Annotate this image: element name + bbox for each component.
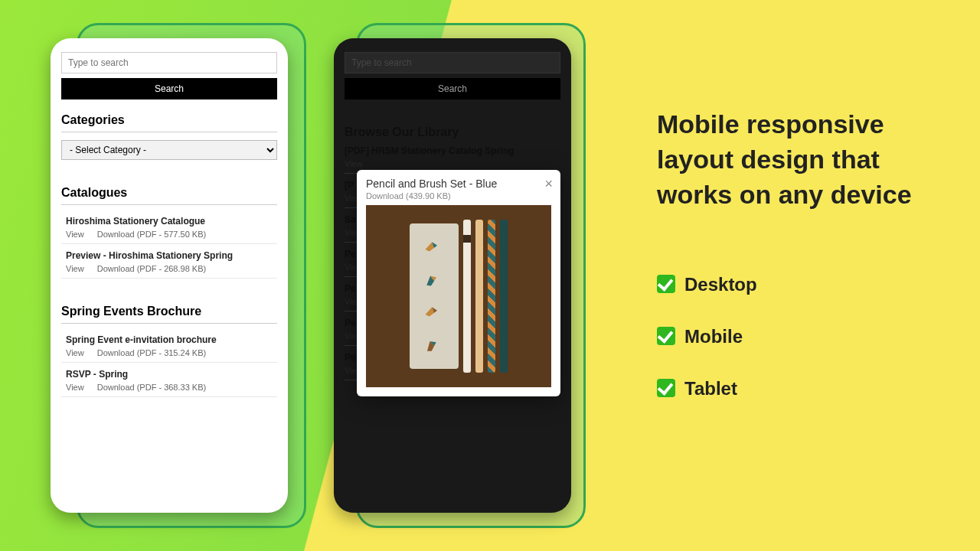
section-heading: Catalogues: [61, 186, 277, 205]
close-icon[interactable]: ×: [544, 176, 553, 192]
phone-mockup-modal-preview: Search Browse Our Library [PDF] HRSM Sta…: [334, 38, 571, 513]
view-link[interactable]: View: [66, 264, 84, 273]
item-title: Hiroshima Stationery Catalogue: [66, 216, 277, 227]
notebook-graphic: [410, 223, 459, 369]
section-heading: Spring Events Brochure: [61, 305, 277, 324]
pencil-graphic: [475, 220, 483, 373]
list-item: Spring Event e-invitation brochure View …: [61, 328, 277, 363]
modal-title: Pencil and Brush Set - Blue: [366, 178, 551, 190]
brush-graphic: [463, 220, 471, 373]
headline: Mobile responsive layout design that wor…: [657, 107, 925, 213]
check-icon: [657, 327, 675, 345]
pencil-graphic: [488, 220, 495, 373]
check-icon: [657, 379, 675, 397]
list-item: Hiroshima Stationery Catalogue View Down…: [61, 210, 277, 244]
list-item: Preview - Hiroshima Stationery Spring Vi…: [61, 244, 277, 279]
item-preview-modal: × Pencil and Brush Set - Blue Download (…: [357, 170, 560, 396]
view-link[interactable]: View: [66, 383, 84, 392]
feature-bullet: Desktop: [657, 274, 925, 295]
download-link[interactable]: Download (PDF - 268.98 KB): [97, 264, 206, 273]
promo-canvas: Search Categories - Select Category - Ca…: [0, 0, 980, 551]
bullet-label: Tablet: [684, 378, 737, 399]
view-link[interactable]: View: [66, 348, 84, 357]
check-icon: [657, 275, 675, 293]
search-button[interactable]: Search: [61, 78, 277, 99]
bullet-label: Mobile: [684, 326, 743, 347]
item-title: Preview - Hiroshima Stationery Spring: [66, 250, 277, 261]
marketing-copy: Mobile responsive layout design that wor…: [657, 107, 925, 430]
download-link[interactable]: Download (PDF - 368.33 KB): [97, 383, 206, 392]
item-title: Spring Event e-invitation brochure: [66, 334, 277, 345]
brochure-list: Spring Event e-invitation brochure View …: [61, 328, 277, 397]
feature-bullet: Mobile: [657, 326, 925, 347]
item-title: RSVP - Spring: [66, 369, 277, 380]
categories-heading: Categories: [61, 113, 277, 132]
download-link[interactable]: Download (PDF - 315.24 KB): [97, 348, 206, 357]
bullet-label: Desktop: [684, 274, 757, 295]
list-item: RSVP - Spring View Download (PDF - 368.3…: [61, 363, 277, 397]
category-select[interactable]: - Select Category -: [61, 140, 277, 160]
download-link[interactable]: Download (PDF - 577.50 KB): [97, 230, 206, 239]
catalogue-list: Hiroshima Stationery Catalogue View Down…: [61, 210, 277, 279]
modal-download-link[interactable]: Download (439.90 KB): [366, 191, 551, 201]
phone-mockup-library-list: Search Categories - Select Category - Ca…: [51, 38, 288, 513]
view-link[interactable]: View: [66, 230, 84, 239]
feature-bullet: Tablet: [657, 378, 925, 399]
pencil-graphic: [500, 220, 508, 373]
product-image: [366, 205, 551, 387]
search-input[interactable]: [61, 52, 277, 73]
